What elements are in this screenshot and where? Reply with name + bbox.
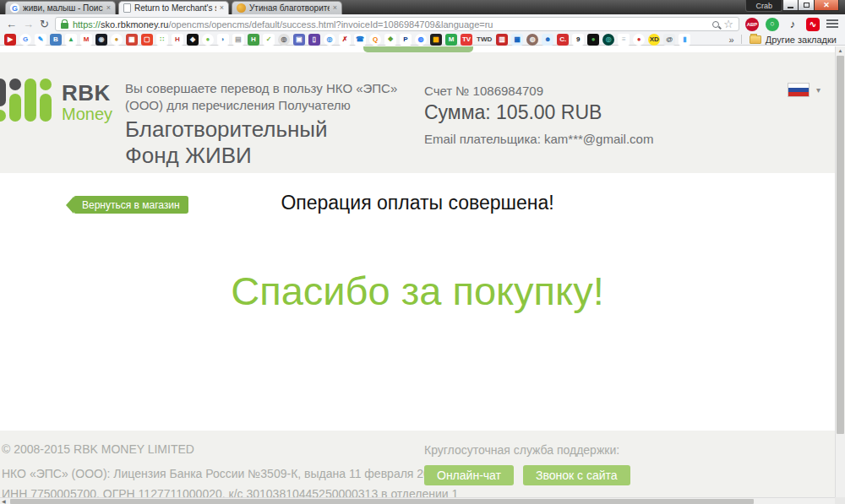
cart-icon[interactable]: ▦ (511, 34, 523, 46)
google-icon[interactable]: G (19, 34, 31, 46)
chevron-down-icon: ▾ (816, 85, 820, 95)
green-check-icon[interactable]: ✓ (263, 34, 275, 46)
tab-close-icon[interactable]: × (220, 4, 224, 12)
red-ball-icon[interactable]: ● (633, 34, 645, 46)
bookmarks-bar: ▶ G ✎ B ▲ M ◉ ● ▦ ▢ ∷ H (0, 34, 845, 46)
phone-icon[interactable]: ☎ (354, 34, 366, 46)
payment-status-heading: Операция оплаты совершена! (0, 192, 835, 214)
youtube-icon[interactable]: ▶ (4, 34, 16, 46)
chrome-menu-icon[interactable] (826, 19, 839, 30)
tab-merchant-site[interactable]: Return to Merchant's site × (118, 1, 229, 14)
reload-icon[interactable]: ↻ (40, 19, 49, 30)
twitch-icon[interactable]: ▯ (308, 34, 320, 46)
tab-title: живи, малыш - Поиск в G (23, 3, 103, 13)
paypal-icon[interactable]: P (400, 34, 412, 46)
bookmark-star-icon[interactable]: ☆ (723, 19, 733, 30)
pencil-icon[interactable]: ✎ (35, 34, 46, 46)
blue-paw-icon[interactable]: ◗ (217, 34, 229, 46)
c-red-icon[interactable]: C. (557, 34, 569, 46)
scroll-left-icon[interactable]: ◀ (2, 498, 6, 504)
extension-icons: ABP ○ ♪ ∿ (745, 18, 820, 31)
mosaic-icon[interactable]: ❖ (384, 34, 396, 46)
url-text: https://sko.rbkmoney.ru/opencms/opencms/… (73, 19, 708, 30)
google-drive-icon[interactable]: ▲ (65, 34, 77, 46)
black-app-icon[interactable]: ◆ (187, 34, 199, 46)
nine-icon[interactable]: 9 (572, 34, 584, 46)
globe-blue-icon[interactable]: ◍ (415, 34, 427, 46)
restore-icon (804, 3, 810, 8)
avira-antivirus-icon[interactable]: ∿ (806, 18, 820, 31)
dance-icon[interactable]: ✗ (339, 34, 351, 46)
payment-amount: Сумма: 105.00 RUB (424, 101, 602, 124)
tab-search-zhivi[interactable]: живи, малыш - Поиск в G × (5, 1, 116, 14)
restore-button[interactable] (799, 0, 815, 11)
at-icon[interactable]: @ (663, 34, 675, 46)
other-bookmarks-button[interactable]: Другие закладки (745, 35, 841, 45)
address-bar[interactable]: https://sko.rbkmoney.ru/opencms/opencms/… (55, 17, 739, 31)
m-green-icon[interactable]: M (445, 34, 457, 46)
forward-nav-icon[interactable]: → (23, 19, 34, 30)
page-top-banner[interactable] (363, 46, 473, 52)
horizontal-scroll-thumb[interactable] (10, 499, 754, 504)
horizontal-scrollbar[interactable]: ◀ (0, 497, 835, 504)
photo-icon[interactable]: ▤ (232, 34, 244, 46)
document-icon[interactable]: ≡ (618, 34, 630, 46)
duck-favicon (237, 3, 246, 13)
vertical-scrollbar[interactable]: ▲ (835, 46, 845, 497)
pill-icon[interactable]: ▮ (679, 34, 690, 46)
tab-close-icon[interactable]: × (106, 4, 111, 12)
gmail-icon[interactable]: M (80, 34, 92, 46)
online-chat-button[interactable]: Онлайн-чат (424, 465, 514, 485)
acorn-icon[interactable]: ● (111, 34, 123, 46)
url-scheme: https:// (73, 19, 101, 30)
close-button[interactable]: ✕ (815, 0, 839, 11)
dark-pattern-icon[interactable]: ▩ (430, 34, 442, 46)
license-line-2: ИНН 7750005700, ОГРН 1127711000020, к/с … (2, 487, 458, 497)
h-green-icon[interactable]: H (248, 34, 259, 46)
vk-icon[interactable]: B (50, 34, 62, 46)
url-host: sko.rbkmoney.ru (101, 19, 169, 30)
red-bag-icon[interactable]: ▦ (126, 34, 138, 46)
camera-icon[interactable]: ◎ (278, 34, 290, 46)
steam-icon[interactable]: ◉ (95, 34, 107, 46)
rbk-money-logo-icon[interactable] (0, 79, 52, 122)
zoom-lens-icon[interactable] (712, 21, 719, 28)
call-from-site-button[interactable]: Звонок с сайта (523, 465, 630, 485)
tab-charity[interactable]: Утиная благотворительн... × (232, 1, 342, 14)
sonic-icon[interactable]: ☻ (542, 34, 553, 46)
license-line-1: НКО «ЭПС» (ООО): Лицензия Банка России №… (2, 467, 453, 480)
bookmarks-overflow-chevron[interactable]: » (726, 35, 738, 45)
other-bookmarks-label: Другие закладки (766, 35, 837, 45)
green-leaf-icon[interactable]: ● (202, 34, 214, 46)
map-pin-icon[interactable]: ◎ (324, 34, 335, 46)
adblock-plus-icon[interactable]: ABP (745, 18, 759, 31)
color-dots-icon[interactable]: ∷ (156, 34, 168, 46)
language-selector[interactable]: ▾ (788, 83, 820, 97)
q-ring-icon[interactable]: Q (369, 34, 381, 46)
profile-badge[interactable]: Crab (745, 0, 782, 12)
music-clef-extension-icon[interactable]: ♪ (786, 18, 799, 31)
script-h-icon[interactable]: H (172, 34, 183, 46)
globe-brown-icon[interactable]: ◍ (526, 34, 538, 46)
teal-ring-icon[interactable]: ◎ (602, 34, 614, 46)
twd-bookmark[interactable]: TWD (476, 34, 493, 46)
https-lock-icon[interactable] (61, 23, 68, 29)
brand-rbk: RBK (62, 82, 112, 104)
site-header: RBK Money Вы совершаете перевод в пользу… (0, 52, 835, 173)
back-nav-icon[interactable]: ← (6, 19, 17, 30)
blue-photo-icon[interactable]: ▣ (293, 34, 305, 46)
scroll-up-icon[interactable]: ▲ (836, 46, 845, 55)
green-circle-extension-icon[interactable]: ○ (766, 18, 779, 31)
minimize-button[interactable] (782, 0, 799, 11)
brand-wordmark: RBK Money (62, 82, 112, 122)
support-buttons: Онлайн-чат Звонок с сайта (424, 465, 630, 485)
orange-bag-icon[interactable]: ▢ (141, 34, 153, 46)
tab-close-icon[interactable]: × (333, 4, 337, 12)
xd-yellow-icon[interactable]: XD (648, 34, 660, 46)
russian-flag-icon (788, 83, 810, 97)
vertical-scroll-thumb[interactable] (837, 56, 844, 434)
red-badge-icon[interactable]: ▥ (496, 34, 508, 46)
tv-red-icon[interactable]: TV (461, 34, 472, 46)
green-dot-dark-icon[interactable]: ● (587, 34, 599, 46)
payer-email: Email плательщика: kam***@gmail.com (424, 132, 653, 146)
